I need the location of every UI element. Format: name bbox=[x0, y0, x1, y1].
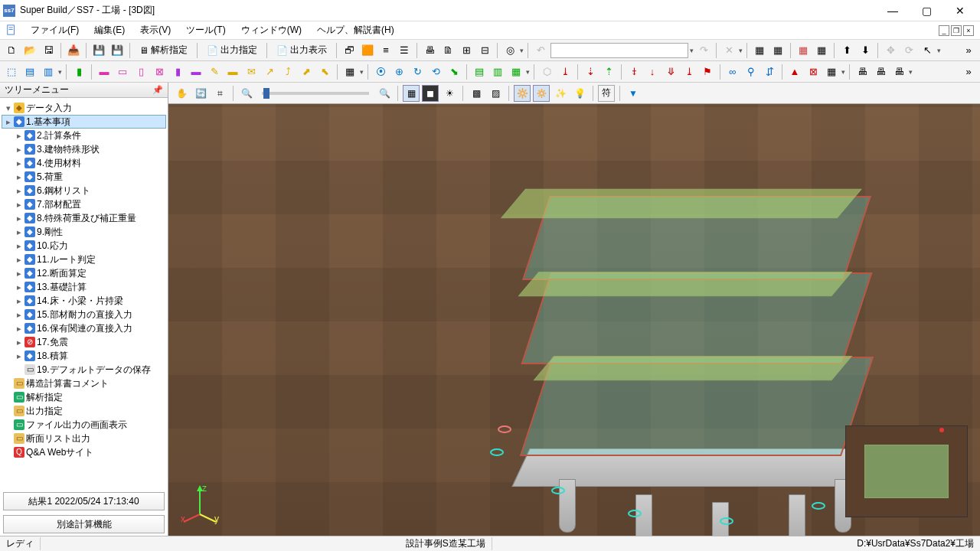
tree-item[interactable]: ▸⊘17.免震 bbox=[2, 335, 166, 349]
tree-extra-item[interactable]: ▭構造計算書コメント bbox=[2, 377, 166, 390]
tree-item[interactable]: ▸◆8.特殊荷重及び補正重量 bbox=[2, 211, 166, 225]
tree-item[interactable]: ▸◆5.荷重 bbox=[2, 170, 166, 184]
o3[interactable]: ▦ bbox=[508, 64, 524, 80]
shade-icon[interactable]: ◼ bbox=[422, 85, 439, 102]
tree[interactable]: ▾◆ データ入力 ▸◆1.基本事項▸◆2.計算条件▸◆3.建物特殊形状▸◆4.使… bbox=[0, 98, 168, 490]
o2[interactable]: ▥ bbox=[489, 64, 506, 80]
r5[interactable]: ⚑ bbox=[699, 64, 716, 80]
r3[interactable]: ⤋ bbox=[662, 64, 679, 80]
tree-root[interactable]: ▾◆ データ入力 bbox=[2, 101, 166, 115]
result-button[interactable]: 結果1 2022/05/24 17:13:40 bbox=[3, 492, 165, 510]
tree-item[interactable]: ▸◆9.剛性 bbox=[2, 225, 166, 239]
m10[interactable]: ↗ bbox=[261, 64, 278, 80]
tree-extra-item[interactable]: ▭出力指定 bbox=[2, 404, 166, 418]
overflow-icon[interactable]: » bbox=[960, 42, 977, 59]
overflow2-icon[interactable]: » bbox=[960, 64, 977, 80]
tree-item[interactable]: ▸◆13.基礎計算 bbox=[2, 280, 166, 294]
menu-edit[interactable]: 編集(E) bbox=[87, 22, 132, 38]
preview-icon[interactable]: 🗎 bbox=[439, 42, 456, 59]
m6[interactable]: ▬ bbox=[188, 64, 204, 80]
menu-file[interactable]: ファイル(F) bbox=[23, 22, 87, 38]
tb-c1[interactable]: ◎ bbox=[501, 42, 518, 59]
tree-extra-item[interactable]: ▭断面リスト出力 bbox=[2, 432, 166, 445]
tb-a1[interactable]: 🗗 bbox=[341, 42, 358, 59]
tree-item[interactable]: ▸◆3.建物特殊形状 bbox=[2, 142, 166, 156]
m11[interactable]: ⤴ bbox=[279, 64, 296, 80]
tex2-icon[interactable]: ▨ bbox=[487, 85, 504, 102]
tb-a3[interactable]: ≡ bbox=[377, 42, 394, 59]
import-icon[interactable]: 📥 bbox=[65, 42, 82, 59]
label-button[interactable]: 符 bbox=[598, 85, 615, 102]
history-combo[interactable] bbox=[550, 43, 688, 58]
disk1-icon[interactable]: 💾 bbox=[90, 42, 107, 59]
t2[interactable]: ▦ bbox=[823, 64, 840, 80]
grid-icon[interactable]: ▦ bbox=[341, 64, 358, 80]
disk2-icon[interactable]: 💾 bbox=[109, 42, 126, 59]
tree-item[interactable]: ▭19.デフォルトデータの保存 bbox=[2, 363, 166, 377]
zoomfit-icon[interactable]: 🔍 bbox=[376, 85, 393, 102]
minimap[interactable] bbox=[845, 425, 968, 517]
m13[interactable]: ⬉ bbox=[316, 64, 333, 80]
tree-item[interactable]: ▸◆7.部材配置 bbox=[2, 197, 166, 211]
m3[interactable]: ▯ bbox=[132, 64, 149, 80]
s1[interactable]: ⚲ bbox=[743, 64, 760, 80]
save-icon[interactable]: 🖫 bbox=[40, 42, 57, 59]
m9[interactable]: ✉ bbox=[243, 64, 260, 80]
p1[interactable]: ⬡ bbox=[538, 64, 555, 80]
output-spec-button[interactable]: 📄 出力指定 bbox=[201, 41, 263, 59]
grid1-icon[interactable]: ▦ bbox=[795, 42, 812, 59]
maximize-button[interactable]: ▢ bbox=[910, 1, 943, 21]
tree-item[interactable]: ▸◆16.保有関連の直接入力 bbox=[2, 321, 166, 335]
tb-a2[interactable]: 🟧 bbox=[359, 42, 376, 59]
n3[interactable]: ↻ bbox=[409, 64, 426, 80]
menu-tool[interactable]: ツール(T) bbox=[178, 22, 233, 38]
link-icon[interactable]: ∞ bbox=[724, 64, 741, 80]
viewplan-icon[interactable]: ▤ bbox=[21, 64, 38, 80]
col-icon[interactable]: ▮ bbox=[70, 64, 87, 80]
redo-icon[interactable]: ↷ bbox=[695, 42, 712, 59]
m2[interactable]: ▭ bbox=[114, 64, 131, 80]
undo-icon[interactable]: ↶ bbox=[532, 42, 549, 59]
tree-item[interactable]: ▸◆15.部材耐力の直接入力 bbox=[2, 308, 166, 321]
new-icon[interactable]: 🗋 bbox=[3, 42, 20, 59]
n4[interactable]: ⟲ bbox=[427, 64, 444, 80]
m1[interactable]: ▬ bbox=[96, 64, 113, 80]
mdi-close[interactable]: × bbox=[963, 25, 974, 36]
tree-extra-item[interactable]: ▭ファイル出力の画面表示 bbox=[2, 418, 166, 432]
tex1-icon[interactable]: ▩ bbox=[468, 85, 485, 102]
axis-gizmo[interactable]: zxy bbox=[179, 484, 220, 525]
tree-item[interactable]: ▸◆2.計算条件 bbox=[2, 129, 166, 142]
q1[interactable]: ⇣ bbox=[582, 64, 599, 80]
tree-item[interactable]: ▸◆14.床・小梁・片持梁 bbox=[2, 294, 166, 308]
grid2-icon[interactable]: ▦ bbox=[813, 42, 830, 59]
tree-item[interactable]: ▸◆11.ルート判定 bbox=[2, 253, 166, 266]
light1-icon[interactable]: 🔆 bbox=[514, 85, 531, 102]
tb-b1[interactable]: ⊞ bbox=[458, 42, 475, 59]
tree-extra-item[interactable]: QQ&A Webサイト bbox=[2, 445, 166, 459]
orbit-icon[interactable]: 🔄 bbox=[192, 85, 209, 102]
close-button[interactable]: ✕ bbox=[943, 1, 977, 21]
hand-icon[interactable]: ✋ bbox=[173, 85, 190, 102]
menu-window[interactable]: ウィンドウ(W) bbox=[234, 22, 309, 38]
print-icon[interactable]: 🖶 bbox=[421, 42, 438, 59]
pin-icon[interactable]: 📌 bbox=[152, 85, 163, 95]
m8[interactable]: ▬ bbox=[224, 64, 241, 80]
p2[interactable]: ⤓ bbox=[557, 64, 573, 80]
zoom-slider[interactable] bbox=[262, 92, 369, 95]
menu-help[interactable]: ヘルプ、解説書(H) bbox=[309, 22, 402, 38]
warn-icon[interactable]: ▲ bbox=[786, 64, 803, 80]
tree-item[interactable]: ▸◆1.基本事項 bbox=[2, 115, 166, 129]
persp-icon[interactable]: ▦ bbox=[403, 85, 420, 102]
s2[interactable]: ⇵ bbox=[761, 64, 778, 80]
tb-d1[interactable]: ▦ bbox=[751, 42, 768, 59]
m12[interactable]: ⬈ bbox=[298, 64, 315, 80]
wire-icon[interactable]: ☀ bbox=[441, 85, 458, 102]
mdi-max[interactable]: ❐ bbox=[951, 25, 962, 36]
r2[interactable]: ↓ bbox=[644, 64, 661, 80]
analysis-button[interactable]: 🖥 解析指定 bbox=[134, 41, 193, 59]
light4-icon[interactable]: 💡 bbox=[571, 85, 588, 102]
tb-a4[interactable]: ☰ bbox=[396, 42, 413, 59]
rotate-icon[interactable]: ⟳ bbox=[900, 42, 917, 59]
output-disp-button[interactable]: 📄 出力表示 bbox=[271, 41, 332, 59]
print2-icon[interactable]: 🖶 bbox=[854, 64, 871, 80]
